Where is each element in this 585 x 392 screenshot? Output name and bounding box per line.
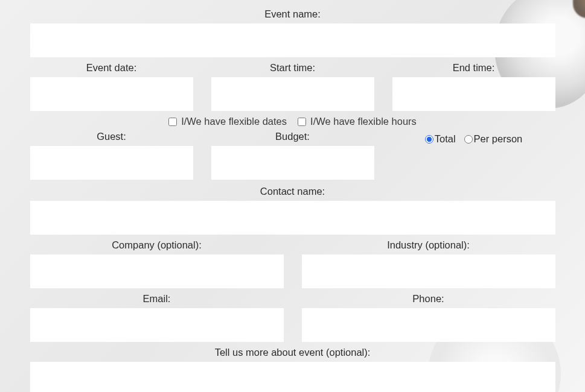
company-input[interactable] xyxy=(30,254,284,288)
more-about-label: Tell us more about event (optional): xyxy=(215,347,371,358)
guest-input[interactable] xyxy=(30,146,193,180)
flexible-options-row: I/We have flexible dates I/We have flexi… xyxy=(30,116,555,127)
budget-input[interactable] xyxy=(211,146,374,180)
email-input[interactable] xyxy=(30,308,284,342)
company-label: Company (optional): xyxy=(112,239,202,251)
event-name-label: Event name: xyxy=(264,8,321,20)
budget-label: Budget: xyxy=(275,131,310,142)
budget-type-field: Total Per person xyxy=(392,131,555,180)
contact-name-input[interactable] xyxy=(30,201,555,235)
start-time-input[interactable] xyxy=(211,77,374,111)
budget-total-label: Total xyxy=(435,133,456,145)
budget-per-person-radio[interactable] xyxy=(464,135,473,144)
end-time-field: End time: xyxy=(392,62,555,111)
flexible-dates-label: I/We have flexible dates xyxy=(181,116,287,127)
email-field: Email: xyxy=(30,293,284,342)
start-time-field: Start time: xyxy=(211,62,374,111)
email-label: Email: xyxy=(143,293,171,305)
industry-input[interactable] xyxy=(302,254,555,288)
event-name-field: Event name: xyxy=(30,8,555,57)
phone-label: Phone: xyxy=(412,293,444,305)
event-name-input[interactable] xyxy=(30,24,555,57)
event-date-label: Event date: xyxy=(86,62,136,74)
more-about-field: Tell us more about event (optional): xyxy=(30,347,555,392)
guest-field: Guest: xyxy=(30,131,193,180)
company-field: Company (optional): xyxy=(30,239,284,288)
budget-per-person-label: Per person xyxy=(474,133,523,145)
flexible-dates-checkbox[interactable] xyxy=(168,118,177,126)
guest-label: Guest: xyxy=(97,131,126,142)
flexible-dates-option: I/We have flexible dates xyxy=(168,116,287,127)
end-time-input[interactable] xyxy=(392,77,555,111)
start-time-label: Start time: xyxy=(270,62,315,74)
budget-field: Budget: xyxy=(211,131,374,180)
budget-total-option: Total xyxy=(425,133,456,145)
event-form: Event name: Event date: Start time: End … xyxy=(30,0,555,392)
budget-total-radio[interactable] xyxy=(425,135,433,144)
phone-input[interactable] xyxy=(302,308,555,342)
more-about-textarea[interactable] xyxy=(30,362,555,392)
event-date-field: Event date: xyxy=(30,62,193,111)
end-time-label: End time: xyxy=(453,62,495,74)
industry-label: Industry (optional): xyxy=(387,239,470,251)
event-date-input[interactable] xyxy=(30,77,193,111)
phone-field: Phone: xyxy=(302,293,555,342)
flexible-hours-checkbox[interactable] xyxy=(298,118,306,126)
budget-per-person-option: Per person xyxy=(464,133,523,145)
contact-name-field: Contact name: xyxy=(30,186,555,235)
industry-field: Industry (optional): xyxy=(302,239,555,288)
flexible-hours-label: I/We have flexible hours xyxy=(310,116,417,127)
flexible-hours-option: I/We have flexible hours xyxy=(298,116,417,127)
contact-name-label: Contact name: xyxy=(260,186,325,197)
